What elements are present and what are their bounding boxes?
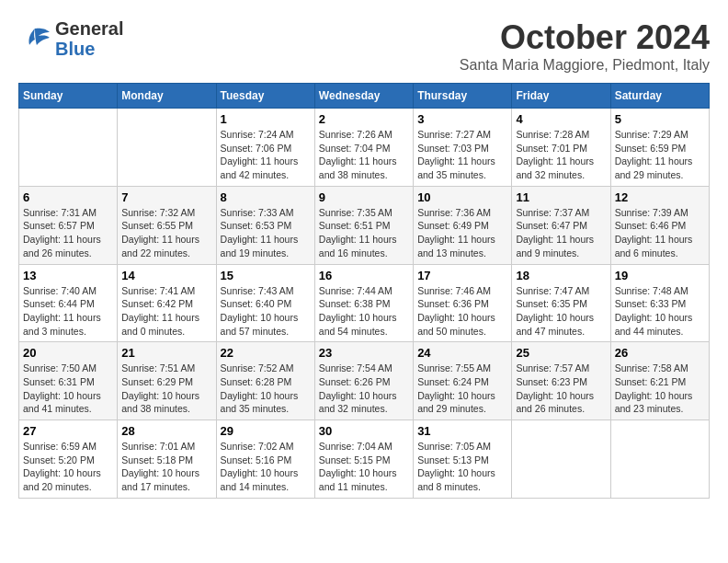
day-number: 8 [221,190,311,204]
calendar-cell [118,109,216,187]
calendar-cell: 4Sunrise: 7:28 AM Sunset: 7:01 PM Daylig… [512,109,610,187]
day-number: 5 [615,112,705,126]
calendar-cell: 30Sunrise: 7:04 AM Sunset: 5:15 PM Dayli… [314,420,413,499]
day-info: Sunrise: 7:36 AM Sunset: 6:49 PM Dayligh… [417,206,507,260]
calendar-cell: 27Sunrise: 6:59 AM Sunset: 5:20 PM Dayli… [19,420,118,499]
day-info: Sunrise: 7:57 AM Sunset: 6:23 PM Dayligh… [516,362,606,416]
day-number: 3 [417,112,507,126]
day-info: Sunrise: 7:33 AM Sunset: 6:53 PM Dayligh… [221,206,311,260]
calendar-cell [610,420,709,499]
day-number: 26 [615,346,705,360]
day-number: 16 [319,269,409,282]
calendar-cell: 6Sunrise: 7:31 AM Sunset: 6:57 PM Daylig… [19,186,118,264]
calendar-week-row: 20Sunrise: 7:50 AM Sunset: 6:31 PM Dayli… [19,342,710,420]
day-number: 13 [23,269,113,282]
day-number: 27 [23,424,113,438]
day-number: 31 [417,424,507,438]
calendar-cell: 1Sunrise: 7:24 AM Sunset: 7:06 PM Daylig… [216,109,314,187]
weekday-header-cell: Sunday [19,84,118,109]
day-number: 4 [516,112,606,126]
day-info: Sunrise: 7:40 AM Sunset: 6:44 PM Dayligh… [23,284,113,339]
calendar-cell [19,109,118,187]
day-info: Sunrise: 7:50 AM Sunset: 6:31 PM Dayligh… [23,362,113,416]
day-number: 11 [516,190,606,204]
calendar-cell: 28Sunrise: 7:01 AM Sunset: 5:18 PM Dayli… [118,420,216,499]
day-number: 6 [23,190,113,204]
day-info: Sunrise: 7:26 AM Sunset: 7:04 PM Dayligh… [319,128,409,182]
day-number: 19 [615,269,705,282]
day-number: 15 [221,269,311,282]
calendar-cell: 13Sunrise: 7:40 AM Sunset: 6:44 PM Dayli… [19,264,118,342]
day-info: Sunrise: 6:59 AM Sunset: 5:20 PM Dayligh… [23,440,113,494]
day-number: 1 [221,112,311,126]
calendar-cell: 12Sunrise: 7:39 AM Sunset: 6:46 PM Dayli… [610,186,709,264]
title-area: October 2024 Santa Maria Maggiore, Piedm… [460,18,710,74]
day-info: Sunrise: 7:31 AM Sunset: 6:57 PM Dayligh… [23,206,113,260]
calendar-cell: 20Sunrise: 7:50 AM Sunset: 6:31 PM Dayli… [19,342,118,420]
calendar-cell: 10Sunrise: 7:36 AM Sunset: 6:49 PM Dayli… [414,186,512,264]
calendar-cell: 18Sunrise: 7:47 AM Sunset: 6:35 PM Dayli… [512,264,610,342]
day-number: 10 [417,190,507,204]
day-number: 20 [23,346,113,360]
weekday-header-row: SundayMondayTuesdayWednesdayThursdayFrid… [19,84,710,109]
calendar-cell: 25Sunrise: 7:57 AM Sunset: 6:23 PM Dayli… [512,342,610,420]
day-info: Sunrise: 7:32 AM Sunset: 6:55 PM Dayligh… [121,206,211,260]
day-info: Sunrise: 7:39 AM Sunset: 6:46 PM Dayligh… [615,206,705,260]
calendar-week-row: 27Sunrise: 6:59 AM Sunset: 5:20 PM Dayli… [19,420,710,499]
day-info: Sunrise: 7:44 AM Sunset: 6:38 PM Dayligh… [319,284,409,339]
day-info: Sunrise: 7:55 AM Sunset: 6:24 PM Dayligh… [417,362,507,416]
calendar-cell: 31Sunrise: 7:05 AM Sunset: 5:13 PM Dayli… [414,420,512,499]
calendar-cell: 19Sunrise: 7:48 AM Sunset: 6:33 PM Dayli… [610,264,709,342]
day-info: Sunrise: 7:29 AM Sunset: 6:59 PM Dayligh… [615,128,705,182]
weekday-header-cell: Saturday [610,84,709,109]
calendar-cell: 8Sunrise: 7:33 AM Sunset: 6:53 PM Daylig… [216,186,314,264]
day-info: Sunrise: 7:28 AM Sunset: 7:01 PM Dayligh… [516,128,606,182]
calendar-cell: 22Sunrise: 7:52 AM Sunset: 6:28 PM Dayli… [216,342,314,420]
weekday-header-cell: Tuesday [216,84,314,109]
day-number: 2 [319,112,409,126]
day-info: Sunrise: 7:58 AM Sunset: 6:21 PM Dayligh… [615,362,705,416]
day-number: 17 [417,269,507,282]
calendar-table: SundayMondayTuesdayWednesdayThursdayFrid… [18,83,710,499]
calendar-cell: 24Sunrise: 7:55 AM Sunset: 6:24 PM Dayli… [414,342,512,420]
logo-icon [18,25,51,52]
day-number: 14 [121,269,211,282]
calendar-cell: 7Sunrise: 7:32 AM Sunset: 6:55 PM Daylig… [118,186,216,264]
day-info: Sunrise: 7:27 AM Sunset: 7:03 PM Dayligh… [417,128,507,182]
calendar-cell: 14Sunrise: 7:41 AM Sunset: 6:42 PM Dayli… [118,264,216,342]
calendar-week-row: 1Sunrise: 7:24 AM Sunset: 7:06 PM Daylig… [19,109,710,187]
logo: General Blue [18,18,123,59]
day-number: 23 [319,346,409,360]
calendar-week-row: 13Sunrise: 7:40 AM Sunset: 6:44 PM Dayli… [19,264,710,342]
calendar-cell: 15Sunrise: 7:43 AM Sunset: 6:40 PM Dayli… [216,264,314,342]
day-number: 22 [221,346,311,360]
calendar-cell: 16Sunrise: 7:44 AM Sunset: 6:38 PM Dayli… [314,264,413,342]
day-number: 25 [516,346,606,360]
day-info: Sunrise: 7:51 AM Sunset: 6:29 PM Dayligh… [121,362,211,416]
weekday-header-cell: Thursday [414,84,512,109]
day-info: Sunrise: 7:43 AM Sunset: 6:40 PM Dayligh… [221,284,311,339]
weekday-header-cell: Wednesday [314,84,413,109]
day-info: Sunrise: 7:35 AM Sunset: 6:51 PM Dayligh… [319,206,409,260]
day-number: 21 [121,346,211,360]
day-number: 28 [121,424,211,438]
calendar-body: 1Sunrise: 7:24 AM Sunset: 7:06 PM Daylig… [19,109,710,499]
location-title: Santa Maria Maggiore, Piedmont, Italy [460,57,710,74]
day-number: 24 [417,346,507,360]
calendar-cell: 21Sunrise: 7:51 AM Sunset: 6:29 PM Dayli… [118,342,216,420]
calendar-cell: 23Sunrise: 7:54 AM Sunset: 6:26 PM Dayli… [314,342,413,420]
logo-text: General Blue [55,18,123,59]
calendar-cell [512,420,610,499]
day-number: 18 [516,269,606,282]
day-info: Sunrise: 7:01 AM Sunset: 5:18 PM Dayligh… [121,440,211,494]
day-info: Sunrise: 7:46 AM Sunset: 6:36 PM Dayligh… [417,284,507,339]
calendar-week-row: 6Sunrise: 7:31 AM Sunset: 6:57 PM Daylig… [19,186,710,264]
calendar-cell: 29Sunrise: 7:02 AM Sunset: 5:16 PM Dayli… [216,420,314,499]
day-info: Sunrise: 7:48 AM Sunset: 6:33 PM Dayligh… [615,284,705,339]
day-number: 9 [319,190,409,204]
day-number: 7 [121,190,211,204]
day-info: Sunrise: 7:41 AM Sunset: 6:42 PM Dayligh… [121,284,211,339]
page-header: General Blue October 2024 Santa Maria Ma… [18,18,710,74]
day-info: Sunrise: 7:47 AM Sunset: 6:35 PM Dayligh… [516,284,606,339]
day-info: Sunrise: 7:24 AM Sunset: 7:06 PM Dayligh… [221,128,311,182]
